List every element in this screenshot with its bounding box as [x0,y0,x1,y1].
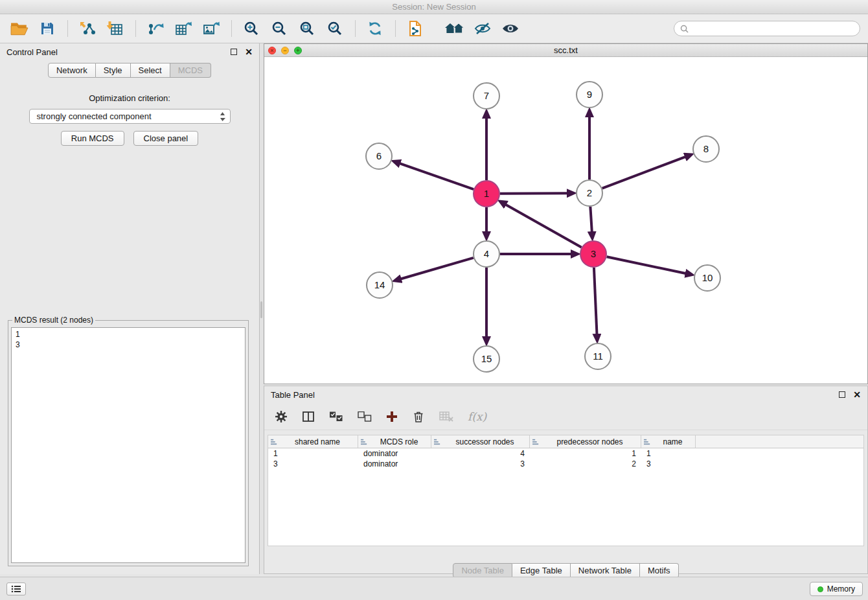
mcds-result-item[interactable]: 3 [12,340,245,350]
maximize-window-icon[interactable]: + [294,47,302,54]
function-builder-button[interactable]: f(x) [468,407,486,426]
zoom-in-button[interactable] [240,17,263,40]
table-cell[interactable]: 3 [268,459,358,469]
select-all-columns-button[interactable] [329,407,343,426]
graph-node-label-11: 11 [593,351,603,362]
search-box[interactable] [674,21,860,36]
table-cell[interactable]: 3 [431,459,530,469]
table-cell[interactable]: 4 [431,448,530,459]
columns-icon [302,410,315,423]
network-view-window: scc.txt × − + 7968124314101511 [264,43,868,384]
float-panel-icon[interactable] [231,49,237,55]
run-mcds-button[interactable]: Run MCDS [61,131,124,146]
tab-style[interactable]: Style [96,63,131,78]
memory-status-icon [817,586,823,592]
table-cell[interactable]: 2 [530,459,641,469]
close-panel-button[interactable]: Close panel [133,131,199,146]
column-header-predecessor-nodes[interactable]: predecessor nodes [530,435,641,448]
float-table-panel-icon[interactable] [839,391,845,398]
network-canvas[interactable]: 7968124314101511 [264,58,867,384]
save-session-button[interactable] [36,17,59,40]
unselect-all-icon [358,411,372,422]
memory-button[interactable]: Memory [810,582,863,596]
tab-edge-table[interactable]: Edge Table [512,563,571,578]
import-table-button[interactable] [104,17,127,40]
network-graph-svg[interactable]: 7968124314101511 [264,58,867,384]
memory-label: Memory [827,584,855,594]
zoom-out-button[interactable] [268,17,291,40]
export-table-icon [175,21,192,36]
tab-node-table[interactable]: Node Table [453,563,512,578]
export-image-button[interactable] [200,17,223,40]
graph-edge-2-8[interactable] [602,157,686,189]
save-floppy-icon [40,21,55,36]
panel-divider-grip[interactable] [260,301,262,318]
column-header-name[interactable]: name [641,435,696,448]
mcds-result-list[interactable]: 13 [11,327,246,563]
search-input[interactable] [692,24,854,33]
graph-edge-1-2[interactable] [500,193,568,194]
table-cell[interactable]: dominator [358,448,431,459]
tab-select[interactable]: Select [131,63,170,78]
create-column-button[interactable] [386,407,398,426]
graph-node-label-14: 14 [374,279,385,290]
table-cell[interactable]: 3 [641,459,696,469]
control-panel-header: Control Panel ✕ [0,43,259,60]
share-document-button[interactable] [404,17,427,40]
refresh-icon [367,21,383,36]
graph-node-label-8: 8 [703,143,709,154]
refresh-button[interactable] [363,17,387,40]
graph-edge-4-14[interactable] [400,258,474,279]
table-cell[interactable]: dominator [358,459,431,469]
toolbar-separator [231,20,232,37]
zoom-fit-icon [299,21,315,36]
tab-network-table[interactable]: Network Table [571,563,640,578]
table-cell[interactable]: 1 [641,448,696,459]
show-selected-button[interactable] [499,17,522,40]
column-header-shared-name[interactable]: shared name [268,435,358,448]
table-cell[interactable]: 1 [268,448,358,459]
graph-node-label-10: 10 [702,272,713,283]
table-tabs: Node Table Edge Table Network Table Moti… [264,563,867,578]
task-history-button[interactable] [6,583,26,595]
zoom-selected-button[interactable] [323,17,347,40]
unselect-all-columns-button[interactable] [358,407,372,426]
table-settings-button[interactable] [275,407,288,426]
eye-icon [502,22,519,35]
tab-network[interactable]: Network [48,63,96,78]
close-table-panel-icon[interactable]: ✕ [853,390,861,399]
close-window-icon[interactable]: × [268,47,276,54]
show-columns-button[interactable] [302,407,315,426]
close-panel-icon[interactable]: ✕ [245,47,253,56]
column-header-MCDS-role[interactable]: MCDS role [358,435,431,448]
graph-edge-2-3[interactable] [590,207,592,233]
graph-edge-3-10[interactable] [607,257,687,273]
graph-edge-1-6[interactable] [399,163,474,189]
import-network-button[interactable] [76,17,99,40]
select-all-icon [329,411,343,422]
minimize-window-icon[interactable]: − [281,47,289,54]
mcds-result-item[interactable]: 1 [12,329,245,340]
hide-selected-button[interactable] [471,17,494,40]
export-network-button[interactable] [144,17,167,40]
tab-motifs[interactable]: Motifs [640,563,679,578]
delete-table-button[interactable] [439,407,453,426]
open-session-button[interactable] [8,17,31,40]
status-bar: Memory [0,577,868,600]
tab-mcds[interactable]: MCDS [170,63,211,78]
home-button[interactable] [443,17,466,40]
graph-edge-3-11[interactable] [594,268,597,335]
window-titlebar: Session: New Session [0,0,868,14]
delete-column-button[interactable] [412,407,425,426]
import-network-icon [79,21,96,36]
graph-edge-3-1[interactable] [505,204,582,247]
export-table-button[interactable] [172,17,195,40]
column-header-successor-nodes[interactable]: successor nodes [431,435,530,448]
criterion-select[interactable]: strongly connected component [29,109,231,124]
select-arrows-icon [220,112,225,121]
table-cell[interactable]: 1 [530,448,641,459]
zoom-fit-button[interactable] [295,17,319,40]
table-row[interactable]: 3dominator323 [268,459,863,469]
table-row[interactable]: 1dominator411 [268,448,863,459]
home-icon [445,21,464,36]
